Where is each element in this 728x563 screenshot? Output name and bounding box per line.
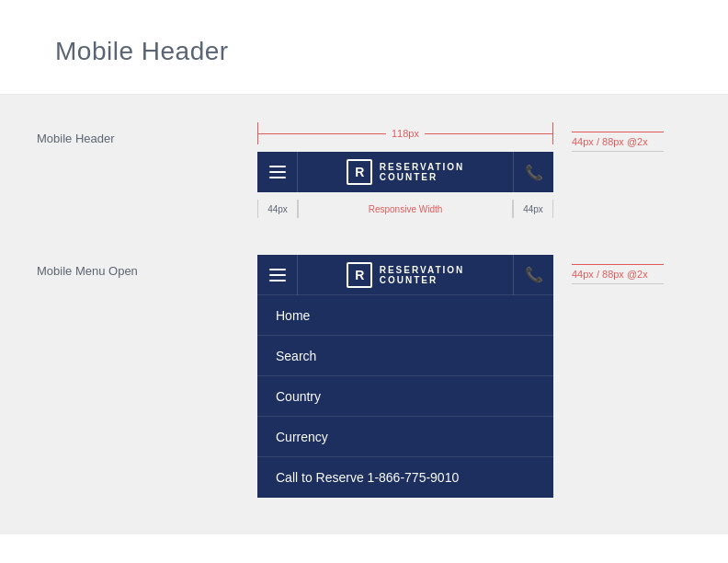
logo-line-1: RESERVATION <box>380 162 465 172</box>
logo-letter: R <box>355 165 363 179</box>
menu-hamburger-button[interactable] <box>257 255 298 295</box>
menu-logo-line-2: COUNTER <box>380 275 465 285</box>
mobile-header-component: 118px R RESERVATION C <box>257 122 553 218</box>
menu-logo-text: RESERVATION COUNTER <box>380 265 465 285</box>
hamburger-line-1 <box>269 166 286 167</box>
menu-annotation-text: 44px / 88px @2x <box>572 269 648 280</box>
dim-left: 44px <box>257 200 298 218</box>
dim-right: 44px <box>513 200 553 218</box>
page-title-section: Mobile Header <box>0 0 728 95</box>
menu-hamburger-line-2 <box>269 274 286 276</box>
menu-annotation-top-line <box>572 264 664 265</box>
menu-item-home[interactable]: Home <box>257 295 553 336</box>
menu-logo-letter: R <box>355 268 363 282</box>
measure-tick-right <box>552 122 553 144</box>
top-measurement: 118px <box>257 122 553 144</box>
menu-hamburger-icon <box>269 269 286 282</box>
logo-icon-box: R <box>347 159 372 185</box>
logo-text: RESERVATION COUNTER <box>380 162 465 182</box>
header-logo: R RESERVATION COUNTER <box>298 159 513 185</box>
annotation-bottom-line <box>572 151 664 152</box>
menu-phone-button[interactable]: 📞 <box>513 255 553 295</box>
menu-annotation-bottom-line <box>572 283 664 284</box>
phone-button[interactable]: 📞 <box>513 152 553 192</box>
mobile-menu-container: R RESERVATION COUNTER 📞 Home <box>257 255 553 498</box>
menu-header-logo: R RESERVATION COUNTER <box>298 262 513 288</box>
hamburger-line-2 <box>269 171 286 173</box>
logo-line-2: COUNTER <box>380 172 465 182</box>
hamburger-line-3 <box>269 177 286 178</box>
mobile-header-label: Mobile Header <box>37 122 239 145</box>
mobile-header-section: Mobile Header 118px <box>37 122 691 218</box>
menu-item-currency[interactable]: Currency <box>257 417 553 457</box>
measure-tick-left <box>257 122 258 144</box>
menu-item-search[interactable]: Search <box>257 336 553 376</box>
menu-hamburger-line-1 <box>269 269 286 270</box>
dimension-row: 44px Responsive Width 44px <box>257 200 553 218</box>
dim-center: Responsive Width <box>298 200 513 218</box>
menu-hamburger-line-3 <box>269 280 286 282</box>
page-title: Mobile Header <box>55 37 673 66</box>
phone-icon: 📞 <box>525 164 543 181</box>
annotation-text: 44px / 88px @2x <box>572 136 648 147</box>
annotation-top-line <box>572 132 664 132</box>
mobile-menu-section: Mobile Menu Open R <box>37 255 691 498</box>
menu-annotation: 44px / 88px @2x <box>572 255 664 284</box>
menu-item-call[interactable]: Call to Reserve 1-866-775-9010 <box>257 457 553 498</box>
mobile-header-bar: R RESERVATION COUNTER 📞 <box>257 152 553 192</box>
measurement-118px-label: 118px <box>386 128 425 139</box>
hamburger-button[interactable] <box>257 152 298 192</box>
mobile-menu-label: Mobile Menu Open <box>37 255 239 278</box>
menu-item-country[interactable]: Country <box>257 376 553 417</box>
main-content: Mobile Header 118px <box>0 95 728 534</box>
mobile-menu-component: R RESERVATION COUNTER 📞 Home <box>257 255 553 498</box>
menu-phone-icon: 📞 <box>525 266 543 283</box>
menu-logo-icon-box: R <box>347 262 372 288</box>
header-annotation: 44px / 88px @2x <box>572 122 664 152</box>
hamburger-icon <box>269 166 286 178</box>
menu-header-bar: R RESERVATION COUNTER 📞 <box>257 255 553 295</box>
menu-logo-line-1: RESERVATION <box>380 265 465 275</box>
